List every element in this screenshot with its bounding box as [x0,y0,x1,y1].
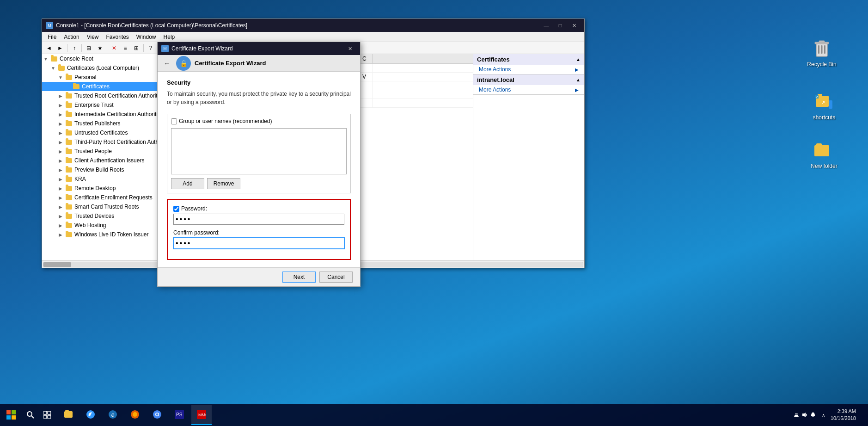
menu-help[interactable]: Help [160,33,179,41]
tree-toggle-console-root[interactable]: ▼ [42,56,49,62]
remote-desktop-icon [65,185,73,192]
next-btn[interactable]: Next [282,272,316,283]
tree-toggle-windows-live[interactable]: ▶ [57,232,64,237]
svg-rect-24 [64,411,73,418]
taskbar-app-powershell[interactable]: PS [169,405,189,425]
col-c[interactable]: C [359,54,373,63]
cancel-btn[interactable]: Cancel [319,272,353,283]
menu-action[interactable]: Action [60,33,83,41]
toolbar-back-btn[interactable]: ◄ [44,43,54,53]
action-more-arrow-certs: ▶ [575,67,579,72]
password-input[interactable] [173,214,344,225]
shortcuts-icon: ↗ ↗ [813,90,835,112]
taskbar-clock[interactable]: 2:39 AM 10/16/2018 [831,408,856,422]
dialog-body: Security To maintain security, you must … [158,72,360,267]
dialog-titlebar: M Certificate Export Wizard ✕ [158,42,360,55]
password-checkbox-label[interactable]: Password: [173,205,207,212]
tree-toggle-intermediate-ca[interactable]: ▶ [57,112,64,117]
menu-file[interactable]: File [44,33,60,41]
dialog-description: To maintain security, you must protect t… [167,90,351,106]
group-buttons: Add Remove [171,178,347,189]
group-users-checkbox[interactable] [171,118,177,124]
tree-toggle-certs-local[interactable]: ▼ [49,66,57,71]
mmc-minimize-btn[interactable]: — [540,21,553,30]
taskbar-app-ie[interactable]: e [103,405,123,425]
tree-toggle-web-hosting[interactable]: ▶ [57,223,64,228]
svg-point-30 [133,412,137,417]
tree-toggle-trusted-people[interactable]: ▶ [57,149,64,154]
tree-toggle-enterprise-trust[interactable]: ▶ [57,103,64,108]
toolbar-sep4 [143,44,144,52]
toolbar-new-window-btn[interactable]: ⊞ [131,43,141,53]
taskbar-search-btn[interactable] [22,407,39,423]
tree-toggle-smart-card[interactable]: ▶ [57,204,64,210]
toolbar-properties-btn[interactable]: ≡ [120,43,130,53]
toolbar-favorite-btn[interactable]: ★ [95,43,105,53]
password-checkbox[interactable] [173,206,179,212]
dialog-group-box: Group or user names (recommended) Add Re… [167,114,351,193]
password-label-text: Password: [181,205,207,212]
action-more-actions-intranet[interactable]: More Actions ▶ [473,85,584,94]
taskbar-task-view-btn[interactable] [39,407,55,423]
taskbar-app-firefox[interactable] [125,405,145,425]
menu-window[interactable]: Window [133,33,160,41]
mmc-app-icon: M [46,22,53,29]
recycle-bin-label: Recycle Bin [807,61,836,68]
toolbar-export-btn[interactable]: ✕ [109,43,119,53]
tree-toggle-trusted-devices[interactable]: ▶ [57,214,64,219]
taskbar-app-chrome[interactable] [147,405,167,425]
menu-favorites[interactable]: Favorites [103,33,133,41]
taskbar-app-mmc[interactable]: MMC [191,405,212,425]
svg-point-18 [27,412,32,416]
group-list[interactable] [171,128,347,174]
desktop-icon-shortcuts[interactable]: ↗ ↗ shortcuts [806,90,843,121]
action-more-arrow-intranet: ▶ [575,87,579,93]
scrollbar-thumb[interactable] [43,262,71,267]
cert-enrollment-icon [65,194,73,201]
dialog-close-btn[interactable]: ✕ [343,44,356,53]
dialog-back-btn[interactable]: ← [161,58,172,69]
desktop-icon-new-folder[interactable]: New folder [806,139,843,169]
trusted-publishers-icon [65,120,73,127]
certs-local-icon [58,64,65,72]
tree-toggle-trusted-publishers[interactable]: ▶ [57,121,64,126]
group-users-checkbox-label[interactable]: Group or user names (recommended) [171,118,272,124]
tree-toggle-personal[interactable]: ▼ [57,75,64,80]
tree-toggle-untrusted-certs[interactable]: ▶ [57,130,64,136]
toolbar-show-hide-btn[interactable]: ⊟ [84,43,94,53]
action-more-actions-certs[interactable]: More Actions ▶ [473,65,584,74]
toolbar-help-btn[interactable]: ? [146,43,156,53]
tree-toggle-cert-enrollment[interactable]: ▶ [57,195,64,200]
actions-header-intranet[interactable]: intranet.local ▲ [473,74,584,85]
remove-btn[interactable]: Remove [207,178,240,189]
taskbar-tray: ∧ 2:39 AM 10/16/2018 [789,405,868,425]
taskbar-start-btn[interactable] [0,404,22,426]
svg-text:↗: ↗ [815,95,819,99]
tree-toggle-kra[interactable]: ▶ [57,177,64,182]
intermediate-ca-icon [65,111,73,118]
svg-rect-5 [819,41,825,43]
menu-view[interactable]: View [83,33,103,41]
actions-section-certificates: Certificates ▲ More Actions ▶ [473,54,584,74]
windows-live-icon [65,231,73,238]
tree-toggle-remote-desktop[interactable]: ▶ [57,186,64,191]
actions-header-certificates[interactable]: Certificates ▲ [473,54,584,65]
add-btn[interactable]: Add [171,178,204,189]
desktop-icon-recycle-bin[interactable]: Recycle Bin [803,37,840,68]
mmc-close-btn[interactable]: ✕ [568,21,581,30]
mmc-maximize-btn[interactable]: □ [554,21,567,30]
tree-toggle-third-party-root[interactable]: ▶ [57,140,64,145]
taskbar-app-edge[interactable] [80,405,101,425]
confirm-password-input[interactable] [173,238,344,249]
show-desktop-btn[interactable] [860,405,863,425]
svg-rect-23 [48,415,51,419]
tree-toggle-trusted-root[interactable]: ▶ [57,93,64,99]
tree-toggle-client-auth[interactable]: ▶ [57,158,64,163]
actions-header-arrow-intranet: ▲ [576,77,581,82]
toolbar-forward-btn[interactable]: ► [55,43,65,53]
dialog-app-icon: M [161,45,169,52]
tray-expand[interactable]: ∧ [820,413,827,418]
toolbar-up-btn[interactable]: ↑ [69,43,79,53]
taskbar-app-explorer[interactable] [58,405,79,425]
tree-toggle-preview-build[interactable]: ▶ [57,167,64,173]
